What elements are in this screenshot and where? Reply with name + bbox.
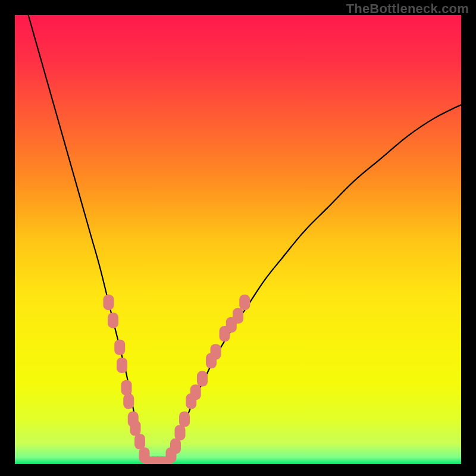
curve-marker [104,295,114,310]
curve-marker [108,312,118,328]
curve-marker [190,384,201,400]
watermark-text: TheBottleneck.com [346,1,469,17]
gradient-background [15,15,461,464]
plot-area [15,15,461,464]
curve-marker [130,421,141,436]
curve-marker [211,344,221,359]
curve-marker [134,434,145,449]
chart-svg [15,15,461,464]
curve-marker [123,393,134,409]
curve-marker [175,425,186,440]
chart-frame: TheBottleneck.com [0,0,476,476]
curve-marker [121,380,132,396]
curve-marker [197,371,208,387]
curve-marker [233,308,243,324]
curve-marker [117,358,127,373]
curve-marker [114,340,125,355]
curve-marker [239,295,250,310]
curve-marker [179,412,190,427]
curve-marker [170,439,181,454]
